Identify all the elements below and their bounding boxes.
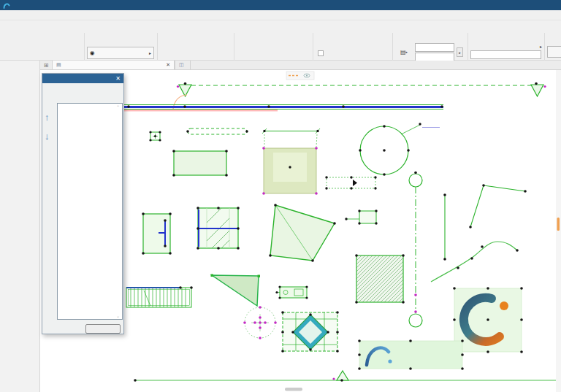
vert-spin-button[interactable]: ▸ <box>457 47 463 57</box>
close-icon[interactable]: ✕ <box>115 75 121 82</box>
grid-marker-object[interactable] <box>149 131 161 141</box>
archicad-logo-icon <box>3 2 10 9</box>
name-section-label <box>470 34 542 40</box>
stair-element[interactable] <box>126 286 193 307</box>
triangle-fill-element[interactable] <box>211 274 261 307</box>
wall-element[interactable] <box>85 105 443 112</box>
scroll-marker <box>557 218 560 231</box>
main-section-label <box>2 34 82 40</box>
tab-close-icon[interactable]: ✕ <box>166 62 170 68</box>
archicad-c-image[interactable] <box>453 287 523 353</box>
scroll-down-icon[interactable]: ⌄ <box>116 313 120 318</box>
interior-elevation-marker[interactable] <box>281 311 339 353</box>
tabbar: ⊞ ▤ ✕ ◫ <box>40 61 561 70</box>
infobox-horiz-range-section <box>234 33 313 61</box>
section-marker-left-icon <box>179 85 191 96</box>
window-element[interactable] <box>196 207 240 250</box>
section-marker-right-icon <box>531 85 543 96</box>
lamp-element[interactable] <box>243 306 277 339</box>
layer-section-label <box>87 34 155 40</box>
infobox-layer-section: ◉ ▸ <box>84 33 157 61</box>
3d-view-icon: ◫ <box>179 62 184 68</box>
close-button[interactable] <box>85 324 121 334</box>
beam-element[interactable] <box>186 128 248 134</box>
infobox: ◉ ▸ ▤▸ <box>0 33 561 61</box>
element-list[interactable] <box>57 103 123 320</box>
horizontal-scrollbar-thumb <box>285 388 302 391</box>
morph-element[interactable] <box>269 204 336 262</box>
grid-line-a[interactable] <box>409 172 422 327</box>
tab-floor-plan[interactable]: ▤ ✕ <box>52 61 175 69</box>
layer-visibility-icon: ◉ <box>90 50 95 56</box>
titlebar <box>0 0 561 10</box>
infobox-constrain-section <box>313 33 392 61</box>
spline-element[interactable] <box>431 242 519 282</box>
vert-range-mode-button[interactable]: ▤▸ <box>395 45 413 58</box>
elevation-marker-icon <box>337 371 348 380</box>
slab-element[interactable] <box>172 150 228 177</box>
vertical-scrollbar <box>556 70 561 392</box>
infobox-name-section: ▸ <box>468 33 544 61</box>
c-logo-dot <box>500 301 508 310</box>
tab-overview-icon[interactable]: ⊞ <box>40 61 52 69</box>
element-order-palette: ✕ ↑ ↓ ⌃ ⌄ <box>42 73 124 334</box>
elevation-auto-button[interactable] <box>547 46 561 58</box>
chevron-right-icon: ▸ <box>540 44 542 49</box>
archicad-window: ◉ ▸ ▤▸ <box>0 0 561 392</box>
tab-3d[interactable]: ◫ <box>175 61 191 69</box>
text-element[interactable] <box>325 176 376 189</box>
toolbar <box>0 20 561 33</box>
kitchen-object[interactable] <box>275 285 308 299</box>
infobox-elevation-section <box>544 33 561 61</box>
infobox-vert-range-section: ▤▸ ▸ <box>392 33 468 61</box>
constrain-checkbox[interactable] <box>318 50 324 56</box>
send-backward-button[interactable]: ↓ <box>45 131 50 142</box>
vert-top-input[interactable] <box>415 43 454 52</box>
constrain-label <box>316 34 390 40</box>
polyline-element[interactable] <box>469 184 527 228</box>
dimension-3315[interactable] <box>262 128 320 147</box>
toolbox-sidebar <box>0 61 40 392</box>
line-element[interactable] <box>443 193 446 261</box>
infobox-main-section <box>0 33 84 61</box>
elevation-line-e01[interactable] <box>134 371 561 382</box>
floor-plan-icon: ▤ <box>56 62 61 68</box>
zone-element[interactable] <box>262 147 318 195</box>
infobox-geometry-section <box>157 33 234 61</box>
layer-combo[interactable]: ◉ ▸ <box>87 47 154 59</box>
scroll-up-icon[interactable]: ⌃ <box>116 104 120 109</box>
fill-element[interactable] <box>355 254 405 304</box>
door-element[interactable] <box>142 212 172 255</box>
vert-range-label <box>395 34 465 40</box>
elevation-section-label <box>547 34 559 40</box>
horiz-range-label <box>237 34 310 40</box>
graphisoft-logo-image[interactable] <box>358 339 464 370</box>
chevron-right-icon: ▸ <box>149 50 151 55</box>
label-element[interactable] <box>345 210 377 224</box>
bring-forward-button[interactable]: ↑ <box>45 112 50 123</box>
geometry-section-label <box>160 34 232 40</box>
text-cursor-icon <box>353 180 357 186</box>
vert-bottom-input[interactable] <box>415 53 454 61</box>
palette-titlebar[interactable]: ✕ <box>42 74 123 83</box>
menubar <box>0 10 561 20</box>
elevation-name-input[interactable] <box>470 50 541 59</box>
circle-element[interactable] <box>359 123 440 176</box>
trace-mini-toolbar[interactable] <box>286 72 314 80</box>
